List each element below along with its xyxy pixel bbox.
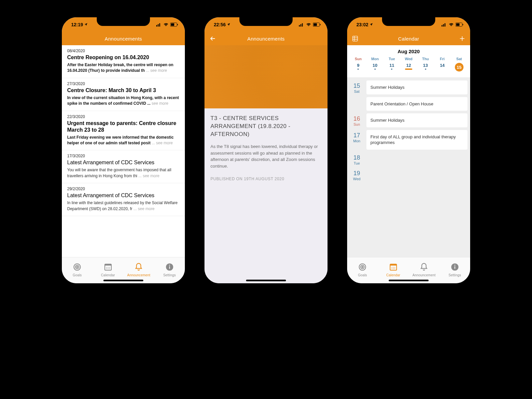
add-event-button[interactable] bbox=[459, 35, 466, 42]
tab-calendar[interactable]: Calendar bbox=[378, 262, 409, 277]
weekday-label: Tue bbox=[383, 56, 400, 62]
svg-rect-45 bbox=[455, 266, 455, 269]
announcement-hero-image bbox=[204, 45, 328, 108]
announcement-text: As the T8 signal has been lowered, indiv… bbox=[210, 143, 322, 169]
announcement-title: Latest Arrangement of CDC Services bbox=[67, 159, 180, 166]
tab-calendar[interactable]: Calendar bbox=[93, 262, 124, 277]
tab-announcement[interactable]: Announcement bbox=[123, 262, 154, 277]
device-notch bbox=[97, 17, 150, 26]
svg-rect-26 bbox=[442, 25, 443, 26]
calendar-day[interactable]: 13 bbox=[417, 62, 434, 73]
calendar-day[interactable]: 14 bbox=[434, 62, 451, 73]
svg-rect-2 bbox=[159, 23, 160, 27]
svg-point-11 bbox=[106, 267, 107, 268]
agenda-event[interactable]: Summer Holidays bbox=[366, 113, 467, 127]
agenda-event[interactable]: Parent Orientation / Open House bbox=[366, 97, 467, 111]
svg-rect-30 bbox=[456, 23, 460, 26]
svg-point-40 bbox=[394, 267, 395, 268]
tab-goals[interactable]: Goals bbox=[62, 262, 93, 277]
announcement-published: PUBLISHED ON 19TH AUGUST 2020 bbox=[210, 177, 322, 181]
location-icon bbox=[227, 22, 230, 27]
svg-rect-24 bbox=[314, 23, 317, 26]
announcement-excerpt: After the Easter Holiday break, the cent… bbox=[67, 62, 180, 74]
announcement-date: 27/3/2020 bbox=[67, 81, 180, 86]
svg-rect-22 bbox=[302, 23, 303, 27]
svg-rect-27 bbox=[443, 24, 444, 26]
see-more-link[interactable]: ... see more bbox=[133, 206, 154, 211]
home-indicator[interactable] bbox=[389, 280, 429, 281]
agenda-list[interactable]: 15SatSummer HolidaysParent Orientation /… bbox=[347, 78, 470, 257]
svg-point-43 bbox=[394, 268, 395, 269]
calendar-day[interactable]: 11 bbox=[383, 62, 400, 73]
home-indicator[interactable] bbox=[246, 280, 286, 281]
svg-point-14 bbox=[106, 268, 107, 269]
svg-point-13 bbox=[109, 267, 110, 268]
calendar-week-row: 9101112131415 bbox=[347, 62, 470, 78]
weekday-label: Wed bbox=[400, 56, 417, 62]
tab-settings[interactable]: Settings bbox=[154, 262, 185, 277]
announcement-title: Centre Reopening on 16.04.2020 bbox=[67, 54, 180, 61]
svg-rect-0 bbox=[156, 25, 157, 26]
tab-label: Settings bbox=[163, 273, 176, 277]
calendar-weekday-row: SunMonTueWedThuFriSat bbox=[347, 56, 470, 62]
bell-icon bbox=[134, 262, 144, 272]
tab-goals[interactable]: Goals bbox=[347, 262, 378, 277]
svg-rect-32 bbox=[353, 36, 358, 41]
agenda-row: 17MonFirst day of ALL group and individu… bbox=[350, 130, 467, 150]
agenda-event[interactable]: First day of ALL group and individual th… bbox=[366, 130, 467, 150]
agenda-row: Parent Orientation / Open House bbox=[350, 97, 467, 111]
calendar-icon bbox=[388, 262, 398, 272]
see-more-link[interactable]: ... see more bbox=[152, 141, 173, 145]
calendar-day[interactable]: 15 bbox=[451, 62, 467, 73]
phone-calendar: 23:02 Calendar Aug 2020 SunMonTueWedThuF… bbox=[346, 17, 471, 284]
agenda-date: 19Wed bbox=[350, 168, 364, 181]
agenda-date: 18Tue bbox=[350, 152, 364, 165]
calendar-day[interactable]: 9 bbox=[350, 62, 367, 73]
svg-rect-18 bbox=[169, 266, 170, 269]
tab-label: Goals bbox=[358, 273, 367, 277]
announcements-list[interactable]: 08/4/2020Centre Reopening on 16.04.2020A… bbox=[62, 45, 185, 257]
announcement-date: 29/2/2020 bbox=[67, 187, 180, 191]
status-time: 22:56 bbox=[214, 22, 226, 27]
announcement-item[interactable]: 22/3/2020Urgent message to parents: Cent… bbox=[62, 111, 185, 151]
info-icon bbox=[165, 262, 175, 272]
status-icons bbox=[299, 23, 321, 27]
svg-point-38 bbox=[391, 267, 392, 268]
announcement-item[interactable]: 17/3/2020Latest Arrangement of CDC Servi… bbox=[62, 150, 185, 183]
home-indicator[interactable] bbox=[103, 280, 143, 281]
svg-point-41 bbox=[391, 268, 392, 269]
calendar-day[interactable]: 10 bbox=[367, 62, 384, 73]
device-notch bbox=[382, 17, 435, 26]
see-more-link[interactable]: see more bbox=[152, 101, 168, 106]
announcement-item[interactable]: 08/4/2020Centre Reopening on 16.04.2020A… bbox=[62, 45, 185, 78]
tab-settings[interactable]: Settings bbox=[440, 262, 470, 277]
tab-label: Calendar bbox=[101, 273, 115, 277]
announcement-item[interactable]: 29/2/2020Latest Arrangement of CDC Servi… bbox=[62, 183, 185, 216]
calendar-day[interactable]: 12 bbox=[400, 62, 417, 73]
agenda-event[interactable]: Summer Holidays bbox=[366, 80, 467, 94]
calendar-month[interactable]: Aug 2020 bbox=[347, 45, 470, 56]
calendar-icon bbox=[103, 262, 113, 272]
svg-rect-28 bbox=[445, 23, 446, 27]
svg-rect-1 bbox=[158, 24, 159, 26]
svg-point-46 bbox=[454, 265, 455, 266]
agenda-date: 17Mon bbox=[350, 130, 364, 150]
svg-point-39 bbox=[393, 267, 394, 268]
status-icons bbox=[156, 23, 178, 27]
agenda-row: 15SatSummer Holidays bbox=[350, 80, 467, 94]
svg-rect-31 bbox=[463, 24, 463, 25]
svg-rect-25 bbox=[320, 24, 321, 25]
back-button[interactable] bbox=[209, 35, 216, 42]
tab-announcement[interactable]: Announcement bbox=[409, 262, 440, 277]
weekday-label: Sat bbox=[451, 56, 467, 62]
announcement-item[interactable]: 27/3/2020Centre Closure: March 30 to Apr… bbox=[62, 78, 185, 111]
svg-rect-5 bbox=[177, 24, 178, 25]
see-more-link[interactable]: ... see more bbox=[146, 68, 167, 73]
phone-announcements-list: 12:19 Announcements 08/4/2020Centre Reop… bbox=[61, 17, 186, 284]
view-toggle-button[interactable] bbox=[352, 35, 358, 42]
announcement-title: Latest Arrangement of CDC Services bbox=[67, 192, 180, 199]
location-icon bbox=[84, 22, 88, 27]
target-icon bbox=[357, 262, 367, 272]
weekday-label: Sun bbox=[350, 56, 367, 62]
see-more-link[interactable]: ... see more bbox=[138, 174, 159, 178]
